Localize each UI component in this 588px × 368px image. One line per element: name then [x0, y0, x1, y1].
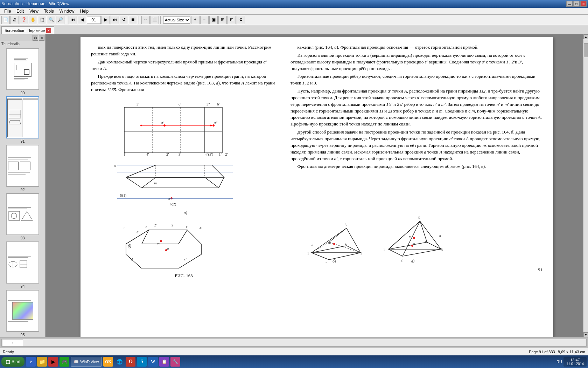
taskbar-media-icon[interactable]: ▶: [48, 357, 58, 367]
toolbar-view2-btn[interactable]: ⊞: [218, 16, 227, 24]
toolbar-zoom-in2-btn[interactable]: +: [191, 16, 200, 24]
taskbar-lang: RU: [556, 360, 562, 364]
scroll-down-btn[interactable]: ▼: [583, 332, 588, 337]
svg-text:a: a: [167, 246, 169, 250]
taskbar-app2-icon[interactable]: 🔧: [170, 357, 180, 367]
svg-point-65: [160, 240, 162, 242]
tab-label: Боголюбов - Черчение: [5, 28, 45, 33]
page-input[interactable]: [87, 16, 101, 24]
svg-rect-14: [124, 107, 222, 153]
main-area: ⚙ ✕ Thumbnails: [0, 34, 588, 337]
toolbar-select-btn[interactable]: ⬚: [38, 16, 46, 24]
thumbnail-img-95: [6, 290, 39, 332]
toolbar-first-btn[interactable]: ⏮: [69, 16, 77, 24]
menu-window[interactable]: Window: [57, 8, 77, 14]
svg-text:1: 1: [383, 248, 385, 252]
thumbnail-label-90: 90: [20, 91, 24, 95]
clock-date: 11.01.2014: [566, 362, 584, 366]
taskbar-game-icon[interactable]: 🎮: [59, 357, 69, 367]
toolbar-options-btn[interactable]: ⚙: [237, 16, 245, 24]
title-bar: Боголюбов - Черчение - WinDjView — □ ✕: [0, 0, 588, 8]
taskbar-word-icon[interactable]: W: [148, 357, 158, 367]
sidebar-close-btn[interactable]: ✕: [39, 35, 44, 41]
sidebar-settings-btn[interactable]: ⚙: [33, 35, 38, 41]
toolbar-stop-btn[interactable]: ⏹: [129, 16, 137, 24]
left-column: ных на поверхности этих тел, имея только…: [80, 37, 284, 337]
sidebar: ⚙ ✕ Thumbnails: [0, 34, 46, 337]
taskbar-windjview-app[interactable]: 📖 WinDjView: [71, 357, 102, 367]
start-button[interactable]: ⊞ Start: [1, 357, 24, 367]
maximize-button[interactable]: □: [573, 1, 580, 7]
taskbar-chrome-icon[interactable]: 🌐: [114, 357, 124, 367]
toolbar-last-btn[interactable]: ⏭: [111, 16, 119, 24]
taskbar-explorer-icon[interactable]: 📁: [37, 357, 47, 367]
thumbnail-img-94: [6, 241, 39, 284]
toolbar-zoom-out-btn[interactable]: 🔎: [56, 16, 64, 24]
taskbar-ie-icon[interactable]: e: [26, 357, 36, 367]
scroll-thumb[interactable]: [584, 43, 588, 57]
toolbar-fit-page-btn[interactable]: ⬜: [150, 16, 159, 24]
toolbar-prev-btn[interactable]: ◀: [78, 16, 86, 24]
title-bar-text: Боголюбов - Черчение - WinDjView: [1, 1, 69, 6]
toolbar-new-btn[interactable]: 📄: [1, 16, 10, 24]
document-area: ных на поверхности этих тел, имея только…: [46, 34, 588, 337]
svg-marker-52: [126, 230, 201, 268]
thumbnail-93[interactable]: 93: [1, 193, 44, 240]
left-text: ных на поверхности этих тел, имея только…: [91, 44, 276, 93]
svg-text:3': 3': [124, 226, 126, 230]
diagram-163-svg: a' a'' 5' 6' 5'' 6'' 1' 4' 2': [96, 97, 271, 268]
toolbar-help-btn[interactable]: ❓: [20, 16, 28, 24]
menu-help[interactable]: Help: [77, 8, 92, 14]
toolbar-next-btn[interactable]: ▶: [102, 16, 110, 24]
svg-text:5': 5': [136, 102, 139, 106]
thumbnail-91[interactable]: 91: [1, 96, 44, 143]
toolbar-view3-btn[interactable]: ⊡: [227, 16, 236, 24]
svg-text:2': 2': [154, 223, 157, 227]
svg-text:1': 1': [124, 152, 126, 156]
thumbnail-92[interactable]: 92: [1, 145, 44, 192]
menu-tools[interactable]: Tools: [41, 8, 57, 14]
menu-file[interactable]: File: [1, 8, 14, 14]
thumbnail-img-93: [6, 193, 39, 235]
toolbar-zoom-in-btn[interactable]: 🔍: [47, 16, 55, 24]
svg-text:n: n: [312, 243, 313, 246]
title-bar-controls: — □ ✕: [566, 1, 587, 7]
svg-text:4': 4': [200, 226, 202, 230]
bottom-strip: s': [0, 337, 588, 348]
toolbar-refresh-btn[interactable]: ↺: [120, 16, 128, 24]
menu-view[interactable]: View: [27, 8, 41, 14]
taskbar-opera-icon[interactable]: O: [126, 357, 135, 367]
status-bar: Ready Page 91 of 333 8,69 х 11,43 cm: [0, 348, 588, 355]
thumbnail-img-91: [6, 96, 39, 138]
toolbar-fit-width-btn[interactable]: ↔: [141, 16, 150, 24]
tab-close-button[interactable]: ✕: [46, 28, 51, 33]
taskbar-skype-icon[interactable]: S: [137, 357, 147, 367]
tab-bar: Боголюбов - Черчение ✕: [0, 25, 588, 34]
thumbnail-94[interactable]: 94: [1, 241, 44, 288]
svg-text:3: 3: [145, 225, 147, 229]
document-tab[interactable]: Боголюбов - Черчение ✕: [1, 26, 54, 34]
svg-line-56: [178, 230, 187, 244]
svg-line-3: [9, 121, 10, 124]
toolbar-hand-btn[interactable]: ✋: [29, 16, 37, 24]
svg-text:5'': 5'': [206, 102, 210, 106]
scroll-up-btn[interactable]: ▲: [583, 34, 588, 39]
svg-text:n: n: [439, 234, 441, 238]
svg-text:6'': 6'': [217, 102, 220, 106]
thumbnail-90[interactable]: 90: [1, 48, 44, 95]
toolbar-sep-3: [160, 16, 162, 24]
zoom-select[interactable]: Actual Size Fit Width Fit Page 50% 75% 1…: [163, 16, 190, 24]
menu-edit[interactable]: Edit: [14, 8, 27, 14]
svg-marker-38: [126, 165, 224, 177]
close-button[interactable]: ✕: [580, 1, 587, 7]
toolbar-view1-btn[interactable]: ▣: [209, 16, 218, 24]
thumbnail-95[interactable]: 95: [1, 290, 44, 337]
minimize-button[interactable]: —: [566, 1, 573, 7]
taskbar-ok-icon[interactable]: OK: [103, 357, 113, 367]
svg-text:a: a: [168, 197, 170, 201]
toolbar-zoom-out2-btn[interactable]: −: [200, 16, 209, 24]
taskbar-app1-icon[interactable]: 📋: [159, 357, 169, 367]
toolbar-print-btn[interactable]: 🖨: [10, 16, 19, 24]
svg-line-40: [126, 177, 142, 188]
right-para-5: Фронтальная диметрическая проекция пирам…: [290, 163, 542, 170]
